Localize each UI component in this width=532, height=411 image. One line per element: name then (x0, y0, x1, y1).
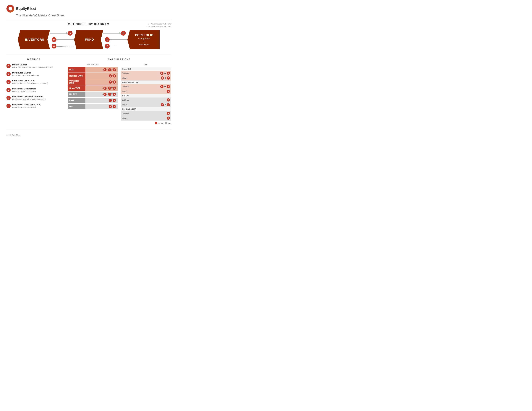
badge-a: A (68, 31, 73, 36)
irr-group-title: Gross Realized IRR (121, 80, 171, 84)
flow-title: METRICS FLOW DIAGRAM (6, 23, 171, 26)
irr-badge: F (167, 76, 170, 80)
irr-section: IRR Gross IRROutflowsDorAInflowsE&FGross… (121, 64, 171, 124)
portfolio-box: PORTFOLIO Companies+Securities (127, 30, 160, 49)
formula-badge: F (108, 86, 111, 90)
irr-row: OutflowsDorA (121, 84, 171, 89)
footer-divider (6, 129, 171, 130)
legend: ←/→ Actual/Realized Cash Flows ····· Fut… (147, 23, 171, 28)
irr-row: InflowsE (121, 89, 171, 94)
irr-flow-label: Outflows (122, 86, 131, 87)
bottom-section: METRICS A Paid-in Capital (a.k.a. PIC, d… (6, 58, 171, 124)
mult-label: Unrealized MOIC (68, 79, 86, 85)
irr-badge: B (167, 117, 170, 120)
irr-flow-label: Inflows (122, 77, 131, 79)
metric-text-b: Distributed Capital (net of fees, expens… (12, 72, 39, 77)
irr-group-title: Gross IRR (121, 67, 171, 71)
metric-text-e: Investment Proceeds / Returns (distribut… (12, 95, 46, 101)
calculations-column: CALCULATIONS MULTIPLES MOIC( E + F ) / D… (68, 58, 171, 124)
irr-badge: C (167, 103, 170, 106)
metric-badge-b: B (6, 72, 11, 76)
irr-row: InflowsB&C (121, 102, 171, 107)
metric-desc: (a.k.a. PIC, drawn-down capital, contrib… (12, 66, 53, 69)
metric-item-d: D Investment Cost / Basis (invested capi… (6, 87, 61, 93)
formula-badge: D (113, 68, 116, 71)
metric-badge-d: D (6, 88, 11, 92)
irr-subtitle: IRR (121, 64, 171, 65)
page-subtitle: The Ultimate VC Metrics Cheat Sheet (16, 14, 171, 17)
metrics-list: A Paid-in Capital (a.k.a. PIC, drawn-dow… (6, 64, 61, 108)
metric-desc: (net of fees, expenses, and carry) (12, 74, 39, 77)
metric-text-a: Paid-in Capital (a.k.a. PIC, drawn-down … (12, 64, 53, 69)
irr-badges: B&C (131, 103, 170, 106)
mult-formula: F / D (86, 79, 118, 85)
metric-desc: (distributions from full or partial liqu… (12, 98, 46, 101)
metric-name: Investment Book Value / NAV (12, 103, 41, 106)
formula-badge: C (109, 99, 112, 102)
header: EquityEffect (6, 5, 171, 13)
irr-badge: D (160, 72, 163, 75)
irr-row: InflowsB (121, 116, 171, 121)
irr-group-title: Net Realized IRR (121, 107, 171, 111)
formula-badge: A (113, 86, 116, 90)
badge-d: D (121, 31, 126, 36)
irr-badges: E (131, 90, 170, 93)
mult-formula: E / D (86, 73, 118, 79)
formula-badge: E (109, 74, 112, 77)
irr-table: Gross IRROutflowsDorAInflowsE&FGross Rea… (121, 67, 171, 121)
arrow-a-row: A (50, 30, 74, 36)
arrow-c-row: C ••••••• (50, 43, 74, 49)
badge-e: E (105, 37, 110, 42)
irr-badge: A (167, 98, 170, 102)
irr-badge: D (160, 85, 163, 88)
mult-formula: B / A (86, 104, 118, 109)
legend-actual: ←/→ Actual/Realized Cash Flows (147, 23, 171, 25)
irr-flow-label: Inflows (122, 104, 131, 106)
irr-badges: DorA (131, 85, 170, 88)
middle-divider (6, 55, 171, 55)
irr-flow-label: Outflows (122, 99, 131, 101)
metric-text-d: Investment Cost / Basis (invested capita… (12, 87, 36, 93)
arrow-b-row: B (50, 37, 74, 43)
legend-boxes: Gross Net (121, 122, 171, 124)
mult-row: Realized MOICE / D (68, 73, 118, 79)
mult-row: RVPIC / A (68, 98, 118, 103)
legend-net-label: Net (168, 122, 171, 124)
arrow-d-row: D (103, 30, 127, 36)
metric-item-a: A Paid-in Capital (a.k.a. PIC, drawn-dow… (6, 64, 61, 69)
formula-badge: D (113, 80, 116, 84)
header-divider (6, 20, 171, 20)
mult-row: DPIB / A (68, 104, 118, 109)
irr-badge: A (167, 112, 170, 115)
mult-formula: ( B + C ) / A (86, 92, 118, 97)
legend-gross-label: Gross (158, 122, 163, 124)
metric-badge-c: C (6, 80, 11, 84)
mult-row: Net TVPI( B + C ) / A (68, 92, 118, 97)
metric-desc: (after provision for fees, expenses, and… (12, 82, 48, 85)
mult-formula: C / A (86, 98, 118, 103)
metric-desc: (invested capital + deal costs) (12, 90, 36, 93)
metric-text-f: Investment Book Value / NAV (before fees… (12, 103, 41, 109)
formula-badge: F (109, 80, 112, 84)
irr-connector: or (164, 72, 166, 74)
formula-badge: A (113, 105, 116, 108)
irr-badges: B (131, 117, 170, 120)
formula-badge: E (103, 68, 106, 71)
formula-badge: B (109, 105, 112, 108)
irr-row: InflowsE&F (121, 75, 171, 80)
metric-name: Investment Proceeds / Returns (12, 95, 46, 98)
metric-name: Distributed Capital (12, 72, 39, 74)
irr-connector: & (165, 77, 166, 79)
irr-badges: A (131, 112, 170, 115)
irr-badge: A (167, 85, 170, 88)
badge-c: C (52, 44, 57, 48)
mult-label: DPI (68, 104, 86, 109)
multiples-section: MULTIPLES MOIC( E + F ) / DRealized MOIC… (68, 64, 118, 124)
mult-label: Net TVPI (68, 92, 86, 97)
flow-diagram: INVESTORS A B C ••••••• (6, 28, 171, 53)
formula-badge: A (113, 99, 116, 102)
mult-label: Realized MOIC (68, 73, 86, 79)
metric-name: Paid-in Capital (12, 64, 53, 66)
multiples-subtitle: MULTIPLES (68, 64, 118, 65)
irr-flow-label: Outflows (122, 112, 131, 114)
